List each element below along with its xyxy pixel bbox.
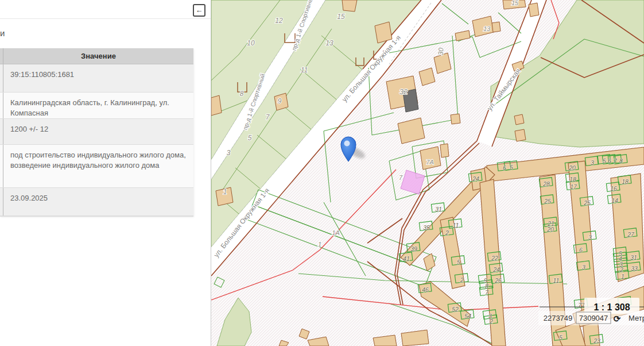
garage-number: 31	[630, 254, 637, 261]
garage-number: 16	[610, 185, 617, 192]
garage-number: 20	[546, 226, 554, 233]
garage-number: 25	[583, 199, 591, 206]
garage-number: 22	[491, 255, 498, 262]
back-button[interactable]: ←	[193, 4, 205, 17]
permitted-use-value: под строительство индивидуального жилого…	[3, 145, 193, 187]
parcel-number: 7	[399, 174, 403, 181]
garage-number: 5	[457, 259, 460, 266]
garage-number: 25	[544, 198, 551, 205]
garage-number: 52	[452, 306, 459, 313]
parcel-number: 13	[325, 39, 333, 47]
panel-header: ←	[0, 0, 211, 19]
building	[515, 129, 526, 141]
panel-title-partial: и	[0, 28, 211, 40]
garage-number: 39	[410, 245, 417, 252]
parcel-number: 1А	[332, 229, 339, 236]
garage-number: 1	[621, 273, 624, 280]
cadastral-map-app: ← и Значение 39:15:110805:1681 Калинингр…	[0, 0, 644, 346]
building	[529, 3, 539, 17]
address-value: Калининградская область, г. Калининград,…	[3, 93, 193, 118]
parcel-number: 30	[436, 47, 445, 56]
parcel-number: 15	[511, 0, 519, 6]
coordinate-y: 7309047	[579, 314, 608, 322]
garage-number: 41	[403, 255, 410, 262]
date-value: 23.09.2025	[3, 188, 193, 216]
garage-number: 3	[588, 234, 592, 241]
garage-number: 24	[472, 175, 479, 182]
table-row: 39:15:110805:1681	[0, 64, 193, 93]
attributes-table: Значение 39:15:110805:1681 Калининградск…	[0, 48, 193, 217]
parcel-number: 32	[399, 87, 408, 96]
garage-number: 28	[542, 180, 550, 187]
parcel-number: 8	[240, 90, 244, 98]
pin-dot	[344, 141, 350, 147]
parcel-number: 15	[337, 13, 345, 21]
garage-number: 6	[608, 157, 611, 164]
refresh-icon[interactable]: ⟳	[614, 314, 621, 324]
garage-number: 26	[494, 277, 502, 284]
garage-number: 14	[611, 197, 618, 204]
table-row: под строительство индивидуального жилого…	[0, 145, 193, 188]
garage-number: 2	[445, 229, 449, 236]
info-panel: ← и Значение 39:15:110805:1681 Калинингр…	[0, 0, 211, 346]
garage-number: 5	[559, 334, 562, 341]
garage-number: 20	[568, 164, 576, 171]
building	[492, 22, 501, 32]
garage-number: 17	[570, 183, 577, 190]
parcel-number: 12	[275, 17, 283, 25]
building	[342, 0, 357, 11]
garage-number: 46	[422, 286, 429, 293]
garage-number: 3	[591, 159, 594, 166]
area-value: 1200 +/- 12	[3, 119, 193, 144]
garage-number: 54	[464, 313, 471, 320]
garage-number: 5	[510, 164, 513, 171]
table-row: 23.09.2025	[0, 188, 193, 216]
parcel-number: 3	[227, 149, 231, 157]
table-row: Калининградская область, г. Калининград,…	[0, 93, 193, 119]
table-header-row: Значение	[0, 48, 193, 64]
garage-number: 6	[503, 164, 506, 171]
parcel-number: 10	[247, 39, 255, 47]
parcel-number: 5	[248, 134, 252, 142]
column-header-value: Значение	[3, 48, 193, 64]
map-canvas[interactable]: 6535678243135394111252465254222492687322…	[211, 0, 644, 346]
garage-number: 2	[460, 276, 464, 283]
parcel-number: 13	[483, 25, 491, 32]
garage-number: 2	[489, 318, 493, 325]
building	[420, 147, 441, 170]
garage-number: 3	[582, 264, 585, 271]
garage-number: 5	[603, 157, 606, 164]
garage-number: 11	[553, 277, 560, 284]
parcel-number: 1	[223, 188, 227, 196]
garage-number: 24	[492, 266, 500, 273]
garage-number: 18	[622, 178, 629, 185]
units-label[interactable]: Метры	[629, 314, 644, 322]
garage-number: 27	[627, 231, 635, 238]
garage-number: 23	[593, 337, 600, 344]
table-row: 1200 +/- 12	[0, 119, 193, 145]
garage-number: 8	[619, 157, 623, 164]
garage-number: 35	[423, 224, 430, 231]
garage-number: 31	[435, 206, 442, 213]
garage-number: 11	[453, 222, 459, 229]
coordinate-x: 2273749	[544, 314, 573, 322]
garage-number: 18	[569, 176, 576, 183]
parcel-number: 1	[318, 241, 321, 248]
cadastral-number: 39:15:110805:1681	[3, 64, 193, 92]
building	[451, 114, 460, 124]
garage-number: 2	[619, 266, 623, 273]
map-area[interactable]: 6535678243135394111252465254222492687322…	[211, 0, 644, 346]
map-scale[interactable]: 1 : 1 308	[593, 302, 630, 312]
parcel-number: 11	[301, 66, 308, 74]
building	[375, 22, 392, 43]
building	[440, 144, 449, 157]
garage-number: 6	[579, 247, 583, 253]
garage-number: 33	[631, 265, 638, 272]
building	[514, 114, 524, 125]
parcel-number: 9	[278, 97, 282, 105]
parcel-number: 7А	[426, 159, 433, 166]
